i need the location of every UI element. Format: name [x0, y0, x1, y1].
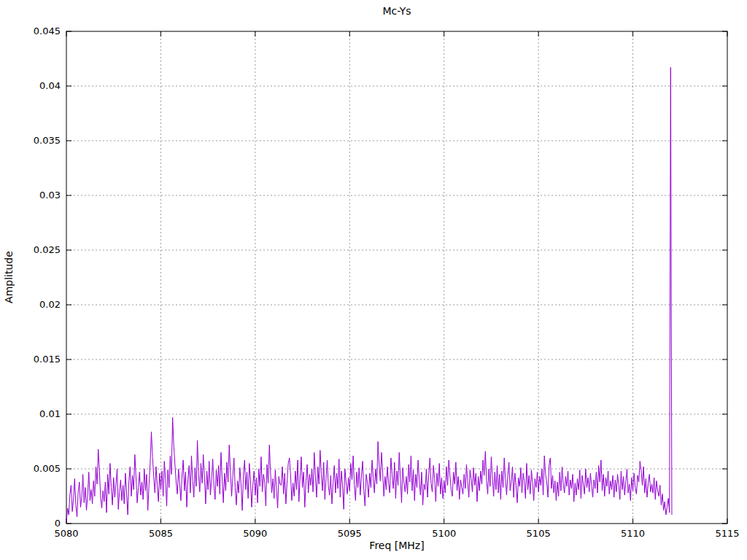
y-tick-label: 0 — [55, 518, 61, 529]
x-tick-label: 5110 — [621, 528, 645, 539]
plot-border — [66, 31, 727, 524]
y-tick-label: 0.025 — [34, 244, 61, 255]
x-tick-label: 5080 — [54, 528, 78, 539]
x-tick-label: 5090 — [243, 528, 267, 539]
y-tick-label: 0.045 — [34, 26, 61, 36]
y-tick-label: 0.005 — [34, 463, 61, 474]
x-axis-label: Freq [MHz] — [66, 540, 727, 551]
y-tick-label: 0.02 — [39, 299, 61, 310]
data-line — [66, 68, 672, 522]
y-tick-label: 0.04 — [39, 80, 61, 91]
x-tick-label: 5105 — [527, 528, 551, 539]
x-tick-label: 5095 — [338, 528, 362, 539]
chart-figure: Mc-Ys Amplitude 508050855090509551005105… — [0, 0, 747, 560]
y-tick-label: 0.035 — [34, 135, 61, 146]
y-tick-label: 0.03 — [39, 190, 61, 201]
x-tick-label: 5115 — [715, 528, 739, 539]
y-tick-label: 0.01 — [39, 408, 61, 419]
x-tick-label: 5100 — [432, 528, 456, 539]
plot-area: 5080508550905095510051055110511500.0050.… — [0, 0, 747, 560]
x-tick-label: 5085 — [149, 528, 173, 539]
y-tick-label: 0.015 — [34, 354, 61, 365]
